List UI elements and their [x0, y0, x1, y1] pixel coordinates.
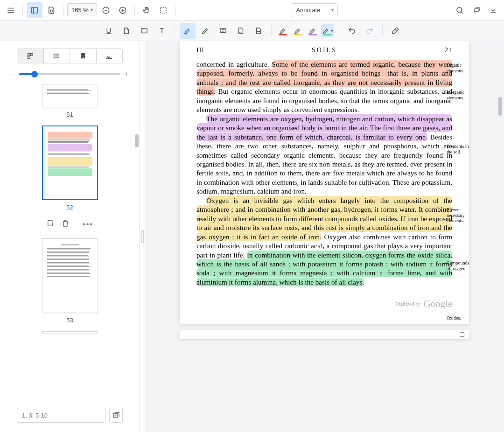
margin-note: Inorganic elements.	[447, 90, 473, 100]
digitized-by-footer: Digitized by Google	[196, 298, 452, 310]
svg-rect-27	[28, 54, 30, 56]
margin-note: Compounds of oxygen.	[447, 260, 473, 271]
comments-panel-icon[interactable]	[469, 2, 484, 18]
thumbnail-label: 52	[66, 204, 73, 211]
svg-rect-29	[28, 56, 30, 59]
zoom-level-dropdown[interactable]: 165 %▾	[67, 3, 97, 17]
delete-page-icon[interactable]	[61, 219, 70, 229]
svg-rect-22	[220, 28, 226, 32]
sidebar-toggle-icon[interactable]	[27, 2, 42, 18]
sidebar-footer	[0, 402, 140, 432]
underline-tool-icon[interactable]	[101, 23, 117, 39]
highlight-color-green[interactable]: ▾	[321, 24, 334, 37]
thumb-size-increase[interactable]: +	[124, 70, 128, 78]
svg-line-26	[395, 29, 397, 32]
text-highlight-tool-icon[interactable]	[119, 23, 134, 39]
page-text: concerned in agriculture. Some of the el…	[196, 60, 452, 286]
thumbnail-sidebar: − + 51	[0, 41, 140, 432]
running-head-left: III	[196, 47, 204, 54]
svg-rect-11	[161, 7, 166, 13]
thumbnail-actions: •••	[46, 219, 93, 229]
mode-dropdown[interactable]: Annotate▾	[292, 3, 338, 17]
thumbnail-size-slider[interactable]	[19, 73, 120, 75]
margin-note: Organic elements.	[447, 63, 473, 73]
page-range-input[interactable]	[17, 408, 105, 423]
google-logo: Google	[423, 298, 452, 310]
pen-tool-icon[interactable]	[197, 23, 213, 39]
sidebar-tab-signatures[interactable]	[96, 49, 123, 63]
sidebar-tab-bookmarks[interactable]	[70, 49, 96, 63]
sidebar-tabs	[17, 49, 123, 63]
annotation-toolbar: ▾	[0, 21, 504, 41]
running-head-center: SOILS	[312, 47, 337, 54]
thumbnail-size-slider-row: − +	[0, 68, 140, 84]
thumbnail-label: 51	[66, 111, 73, 118]
rotate-page-icon[interactable]	[46, 219, 55, 229]
thumbnail-item[interactable]	[42, 331, 98, 334]
svg-point-33	[54, 54, 54, 54]
margin-note: Eleven necessary elements.	[447, 207, 473, 223]
search-icon[interactable]	[452, 2, 468, 18]
svg-rect-37	[48, 220, 52, 226]
svg-point-35	[54, 57, 54, 58]
margin-note: Elements in the soil.	[447, 144, 473, 154]
redo-icon[interactable]	[362, 23, 378, 39]
undo-icon[interactable]	[344, 23, 360, 39]
sidebar-scrollbar[interactable]	[135, 134, 139, 147]
thumbnail-label: 53	[66, 317, 73, 324]
page-view-icon[interactable]	[43, 2, 59, 18]
highlight-color-red[interactable]	[276, 24, 289, 37]
thumbnail-item[interactable]: 52	[42, 125, 98, 211]
pan-hand-icon[interactable]	[139, 2, 154, 18]
sidebar-tab-outline[interactable]	[43, 49, 70, 63]
select-pages-button[interactable]	[109, 408, 123, 423]
menu-icon[interactable]	[3, 2, 19, 18]
svg-line-13	[461, 12, 463, 14]
svg-rect-3	[31, 7, 38, 13]
svg-rect-18	[141, 28, 147, 33]
squiggly-tool-icon[interactable]	[233, 23, 249, 39]
strikeout-tool-icon[interactable]	[251, 23, 266, 39]
highlighter-tool-icon[interactable]	[180, 23, 196, 39]
zoom-in-icon[interactable]	[115, 2, 131, 18]
svg-rect-14	[491, 12, 496, 13]
rectangle-tool-icon[interactable]	[136, 23, 152, 39]
highlight-color-yellow[interactable]	[291, 24, 304, 37]
svg-point-34	[54, 56, 54, 56]
thumbnail-list: 51 52	[0, 84, 140, 402]
document-page: III SOILS 21 Organic elements. Inorganic…	[180, 41, 469, 324]
next-page-peek	[180, 330, 469, 339]
running-head-right: 21	[445, 47, 452, 54]
thumbnail-item[interactable]: 51	[42, 84, 98, 118]
document-viewer[interactable]: III SOILS 21 Organic elements. Inorganic…	[145, 41, 504, 432]
viewer-scrollbar[interactable]	[498, 97, 502, 116]
main-toolbar: 165 %▾ Annotate▾	[0, 0, 504, 21]
svg-point-12	[457, 7, 462, 13]
marquee-select-icon[interactable]	[155, 2, 171, 18]
zoom-out-icon[interactable]	[98, 2, 114, 18]
margin-note: Oxides.	[447, 315, 473, 321]
text-tool-icon[interactable]	[154, 23, 170, 39]
svg-point-5	[50, 10, 53, 12]
eraser-icon[interactable]	[387, 23, 403, 39]
thumbnail-item[interactable]: 53	[42, 238, 98, 324]
sidebar-tab-thumbnails[interactable]	[17, 49, 43, 63]
thumb-size-decrease[interactable]: −	[11, 70, 15, 78]
sidebar-resize-handle[interactable]	[140, 41, 145, 432]
highlight-color-purple[interactable]	[306, 24, 319, 37]
highlight-purple: The organic elements are oxygen, hydroge…	[196, 114, 452, 141]
more-actions-icon[interactable]: •••	[83, 220, 93, 229]
comment-tool-icon[interactable]	[215, 23, 231, 39]
svg-rect-28	[30, 54, 33, 56]
download-icon[interactable]	[485, 2, 501, 18]
